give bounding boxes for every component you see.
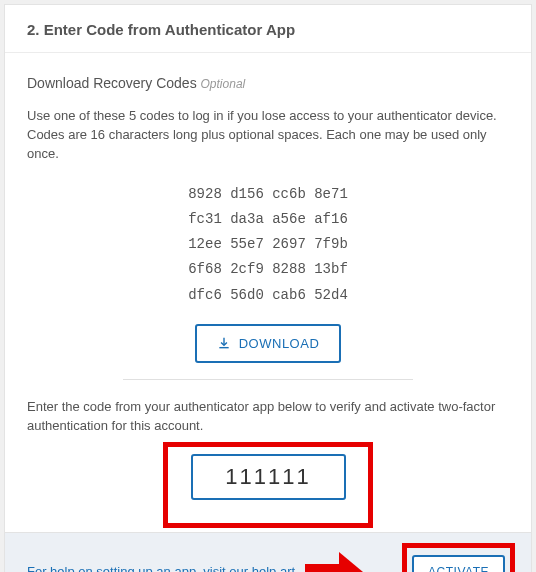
- activate-button[interactable]: ACTIVATE: [412, 555, 505, 572]
- card-header: 2. Enter Code from Authenticator App: [5, 5, 531, 53]
- arrow-icon: [305, 552, 365, 572]
- recovery-code: dfc6 56d0 cab6 52d4: [27, 283, 509, 308]
- card-footer: For help on setting up an app, visit our…: [5, 532, 531, 572]
- recovery-codes-title: Download Recovery Codes: [27, 75, 197, 91]
- step-title: 2. Enter Code from Authenticator App: [27, 21, 509, 38]
- authenticator-code-input[interactable]: [191, 454, 346, 500]
- optional-label: Optional: [201, 77, 246, 91]
- mfa-setup-card: 2. Enter Code from Authenticator App Dow…: [4, 4, 532, 572]
- download-icon: [217, 336, 231, 350]
- activate-label: ACTIVATE: [428, 565, 489, 572]
- section-divider: [123, 379, 412, 380]
- download-button[interactable]: DOWNLOAD: [195, 324, 342, 363]
- recovery-codes-description: Use one of these 5 codes to log in if yo…: [27, 107, 509, 164]
- recovery-code: 8928 d156 cc6b 8e71: [27, 182, 509, 207]
- download-label: DOWNLOAD: [239, 336, 320, 351]
- recovery-code: fc31 da3a a56e af16: [27, 207, 509, 232]
- recovery-codes-heading: Download Recovery Codes Optional: [27, 73, 509, 93]
- help-link[interactable]: For help on setting up an app, visit our…: [27, 564, 295, 572]
- recovery-code: 6f68 2cf9 8288 13bf: [27, 257, 509, 282]
- recovery-codes-list: 8928 d156 cc6b 8e71 fc31 da3a a56e af16 …: [27, 182, 509, 308]
- recovery-code: 12ee 55e7 2697 7f9b: [27, 232, 509, 257]
- verify-instruction: Enter the code from your authenticator a…: [27, 398, 509, 436]
